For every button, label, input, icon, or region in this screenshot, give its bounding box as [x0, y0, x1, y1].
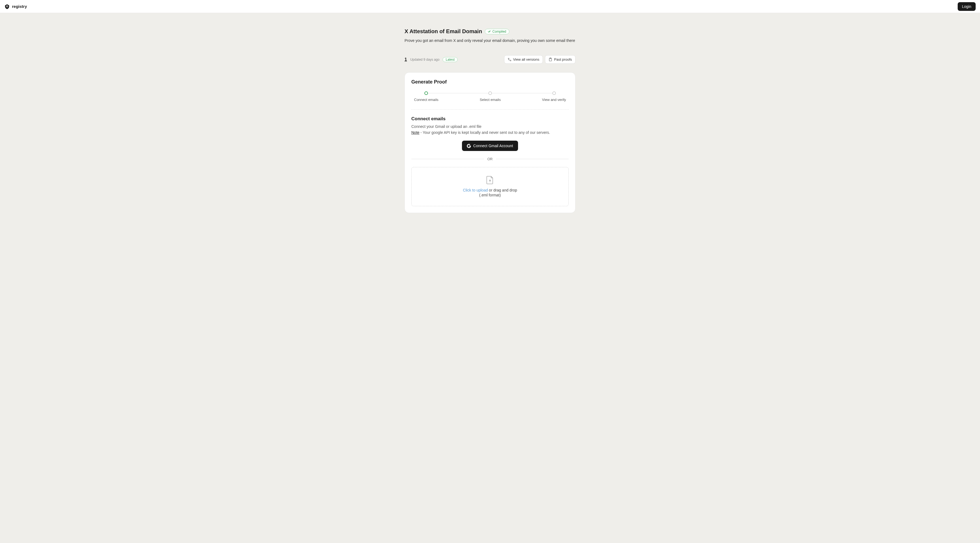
past-proofs-label: Past proofs	[554, 57, 572, 62]
main-content: X Attestation of Email Domain Compiled P…	[404, 13, 576, 224]
connect-title: Connect emails	[411, 116, 569, 122]
clipboard-icon	[549, 58, 552, 62]
step-verify: View and verify	[542, 91, 566, 102]
brand-text: registry	[12, 4, 27, 9]
step-label: View and verify	[542, 98, 566, 102]
meta-row: 1 Updated 9 days ago Latest View all ver…	[404, 55, 576, 64]
updated-text: Updated 9 days ago	[410, 58, 439, 62]
generate-proof-card: Generate Proof Connect emails Select ema…	[404, 72, 576, 213]
step-label: Select emails	[480, 98, 501, 102]
login-button[interactable]: Login	[958, 2, 976, 11]
page-subtitle: Prove you got an email from X and only r…	[404, 38, 576, 43]
view-versions-label: View all versions	[513, 57, 539, 62]
page-title: X Attestation of Email Domain	[404, 28, 482, 35]
upload-text: Click to upload or drag and drop	[417, 188, 563, 192]
file-upload-icon	[487, 176, 493, 184]
connect-gmail-button[interactable]: Connect Gmail Account	[462, 141, 518, 151]
upload-dropzone[interactable]: Click to upload or drag and drop (.eml f…	[411, 167, 569, 206]
logo-area[interactable]: registry	[4, 4, 27, 9]
meta-right: View all versions Past proofs	[504, 55, 576, 64]
card-title: Generate Proof	[411, 79, 569, 85]
step-dot-active	[425, 91, 428, 95]
gmail-btn-label: Connect Gmail Account	[473, 144, 513, 148]
stepper: Connect emails Select emails View and ve…	[411, 91, 569, 102]
svg-point-1	[7, 6, 7, 6]
step-label: Connect emails	[414, 98, 439, 102]
or-line	[496, 159, 569, 159]
connect-desc: Connect your Gmail or upload an .eml fil…	[411, 124, 569, 129]
connect-note: Note - Your google API key is kept local…	[411, 130, 569, 135]
upload-rest: or drag and drop	[488, 188, 517, 192]
or-line	[411, 159, 484, 159]
compiled-badge: Compiled	[485, 29, 509, 34]
note-text: - Your google API key is kept locally an…	[420, 130, 550, 135]
version-number[interactable]: 1	[404, 57, 407, 62]
header: registry Login	[0, 0, 980, 13]
check-icon	[488, 30, 491, 33]
git-icon	[508, 58, 512, 62]
title-row: X Attestation of Email Domain Compiled	[404, 28, 576, 35]
latest-badge: Latest	[442, 57, 458, 62]
svg-point-2	[508, 58, 509, 59]
logo-icon	[4, 4, 10, 9]
or-text: OR	[487, 157, 493, 161]
upload-link: Click to upload	[463, 188, 488, 192]
or-divider: OR	[411, 157, 569, 161]
google-icon	[467, 144, 471, 148]
step-dot	[488, 91, 492, 95]
note-label: Note	[411, 130, 420, 135]
view-versions-button[interactable]: View all versions	[504, 55, 543, 64]
past-proofs-button[interactable]: Past proofs	[545, 55, 576, 64]
upload-format: (.eml format)	[417, 193, 563, 197]
svg-point-3	[510, 60, 511, 61]
step-connect: Connect emails	[414, 91, 439, 102]
step-select: Select emails	[480, 91, 501, 102]
compiled-text: Compiled	[492, 30, 506, 33]
meta-left: 1 Updated 9 days ago Latest	[404, 57, 458, 62]
step-dot	[552, 91, 556, 95]
